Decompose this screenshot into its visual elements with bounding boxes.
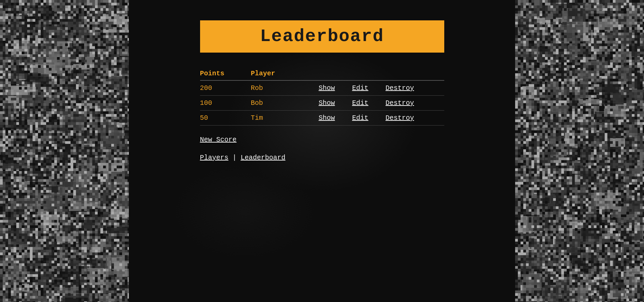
edit-link[interactable]: Edit: [352, 84, 368, 92]
title-banner: Leaderboard: [200, 20, 444, 53]
left-camo-panel: [0, 0, 129, 302]
col-header-edit: [352, 70, 386, 80]
cell-destroy: Destroy: [386, 96, 444, 111]
table-row: 50TimShowEditDestroy: [200, 111, 444, 126]
cell-edit: Edit: [352, 111, 386, 126]
col-header-points: Points: [200, 70, 251, 80]
main-content: Leaderboard Points Player 200RobShowEdit…: [129, 0, 515, 302]
cell-player: Bob: [251, 96, 319, 111]
cell-show: Show: [319, 80, 352, 96]
show-link[interactable]: Show: [319, 114, 335, 122]
nav-separator: |: [233, 154, 237, 162]
new-score-section: New Score: [200, 136, 444, 144]
cell-show: Show: [319, 111, 352, 126]
players-nav-link[interactable]: Players: [200, 154, 229, 162]
edit-link[interactable]: Edit: [352, 99, 368, 107]
right-camo-panel: [515, 0, 644, 302]
table-header-row: Points Player: [200, 70, 444, 80]
leaderboard-table: Points Player 200RobShowEditDestroy100Bo…: [200, 70, 444, 126]
camo-right-canvas: [515, 0, 644, 302]
cell-player: Rob: [251, 80, 319, 96]
nav-links: Players | Leaderboard: [200, 154, 444, 162]
cell-edit: Edit: [352, 96, 386, 111]
cell-points: 100: [200, 96, 251, 111]
cell-edit: Edit: [352, 80, 386, 96]
cell-points: 50: [200, 111, 251, 126]
new-score-link[interactable]: New Score: [200, 136, 237, 144]
destroy-link[interactable]: Destroy: [386, 114, 414, 122]
cell-player: Tim: [251, 111, 319, 126]
leaderboard-nav-link[interactable]: Leaderboard: [241, 154, 286, 162]
destroy-link[interactable]: Destroy: [386, 99, 414, 107]
destroy-link[interactable]: Destroy: [386, 84, 414, 92]
col-header-destroy: [386, 70, 444, 80]
cell-destroy: Destroy: [386, 111, 444, 126]
show-link[interactable]: Show: [319, 99, 335, 107]
col-header-player: Player: [251, 70, 319, 80]
col-header-actions: [319, 70, 352, 80]
camo-left-canvas: [0, 0, 129, 302]
page-title: Leaderboard: [200, 26, 444, 46]
edit-link[interactable]: Edit: [352, 114, 368, 122]
table-row: 200RobShowEditDestroy: [200, 80, 444, 96]
cell-show: Show: [319, 96, 352, 111]
show-link[interactable]: Show: [319, 84, 335, 92]
table-row: 100BobShowEditDestroy: [200, 96, 444, 111]
cell-destroy: Destroy: [386, 80, 444, 96]
cell-points: 200: [200, 80, 251, 96]
